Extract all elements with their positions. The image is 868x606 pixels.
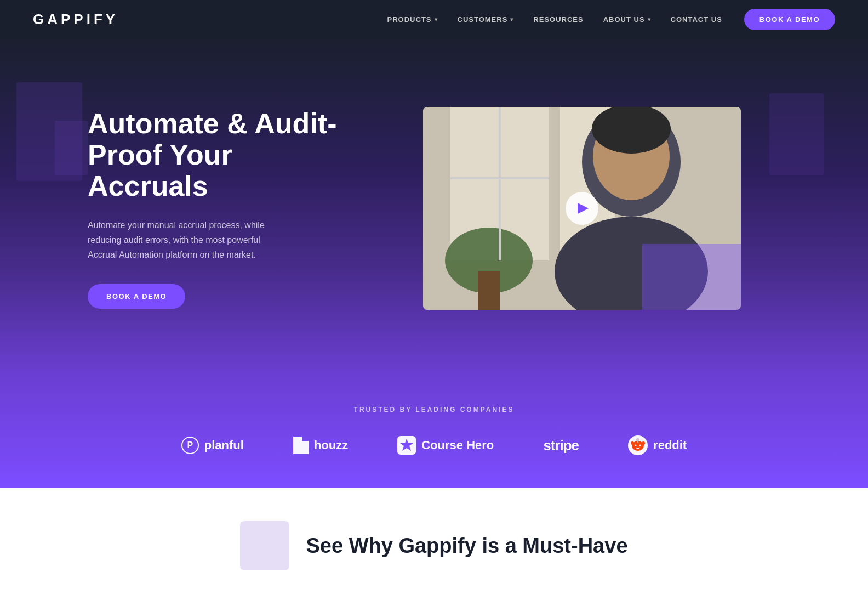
chevron-down-icon: ▾ (510, 16, 513, 22)
bottom-teaser-section: See Why Gappify is a Must-Have (0, 488, 868, 592)
hero-section: Automate & Audit-Proof Your Accruals Aut… (0, 38, 868, 378)
bottom-teaser-title: See Why Gappify is a Must-Have (306, 534, 627, 558)
reddit-name: reddit (653, 438, 687, 452)
houzz-name: houzz (314, 438, 348, 452)
bottom-teaser-wrapper: See Why Gappify is a Must-Have (88, 521, 780, 570)
svg-point-22 (631, 441, 634, 445)
nav-customers[interactable]: CUSTOMERS ▾ (458, 15, 514, 24)
stripe-name: stripe (543, 437, 579, 454)
coursehero-name: Course Hero (421, 438, 494, 452)
navbar: GAPPIFY PRODUCTS ▾ CUSTOMERS ▾ RESOURCES… (0, 0, 868, 38)
svg-point-20 (635, 445, 637, 446)
houzz-logo: houzz (293, 437, 348, 454)
trusted-section: TRUSTED BY LEADING COMPANIES planful hou… (0, 378, 868, 488)
brand-logo[interactable]: GAPPIFY (33, 11, 118, 28)
svg-rect-12 (293, 437, 302, 445)
stripe-logo: stripe (543, 437, 579, 454)
svg-rect-14 (302, 441, 309, 454)
planful-icon (181, 437, 199, 454)
planful-logo: planful (181, 437, 244, 454)
nav-contact-us[interactable]: CONTACT US (671, 15, 722, 24)
nav-products[interactable]: PRODUCTS ▾ (387, 15, 438, 24)
chevron-down-icon: ▾ (435, 16, 438, 22)
reddit-logo: reddit (628, 435, 687, 455)
hero-title: Automate & Audit-Proof Your Accruals (88, 108, 340, 202)
nav-resources[interactable]: RESOURCES (533, 15, 583, 24)
coursehero-icon (397, 436, 416, 455)
planful-name: planful (204, 438, 244, 452)
hero-book-demo-button[interactable]: BOOK A DEMO (88, 284, 185, 309)
hero-video-area (384, 107, 780, 310)
houzz-icon (293, 437, 309, 454)
nav-book-demo-button[interactable]: BOOK A DEMO (744, 9, 835, 30)
bottom-decoration (240, 521, 289, 570)
video-thumbnail[interactable] (423, 107, 741, 310)
svg-point-21 (639, 445, 641, 446)
hero-decoration (55, 121, 88, 175)
video-play-button[interactable] (566, 192, 598, 225)
hero-subtitle: Automate your manual accrual process, wh… (88, 218, 285, 263)
svg-point-23 (642, 441, 645, 445)
trusted-logos: planful houzz Course Hero stripe (88, 435, 780, 455)
svg-rect-25 (637, 440, 638, 443)
trusted-label: TRUSTED BY LEADING COMPANIES (88, 406, 780, 414)
coursehero-logo: Course Hero (397, 436, 494, 455)
svg-rect-11 (642, 244, 741, 310)
hero-content: Automate & Audit-Proof Your Accruals Aut… (88, 108, 340, 309)
svg-rect-8 (478, 271, 500, 310)
chevron-down-icon: ▾ (648, 16, 651, 22)
nav-links: PRODUCTS ▾ CUSTOMERS ▾ RESOURCES ABOUT U… (387, 15, 722, 24)
reddit-icon (628, 435, 648, 455)
nav-about-us[interactable]: ABOUT US ▾ (603, 15, 651, 24)
